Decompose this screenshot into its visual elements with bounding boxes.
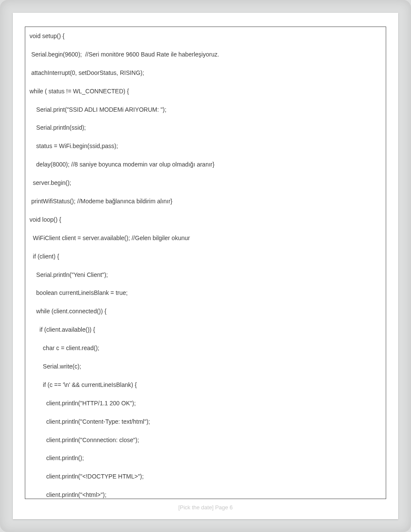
code-line: attachInterrupt(0, setDoorStatus, RISING… — [30, 69, 381, 77]
code-line: Serial.println(ssid); — [30, 124, 381, 132]
code-line: boolean currentLineIsBlank = true; — [30, 289, 381, 297]
code-line: while ( status != WL_CONNECTED) { — [30, 87, 381, 95]
page: void setup() { Serial.begin(9600); //Ser… — [13, 13, 398, 519]
code-line: char c = client.read(); — [30, 344, 381, 352]
code-line: Serial.println("Yeni Client"); — [30, 271, 381, 279]
code-line: printWifiStatus(); //Modeme bağlanınca b… — [30, 197, 381, 205]
code-line: client.println("Content-Type: text/html"… — [30, 418, 381, 426]
code-line: if (client.available()) { — [30, 326, 381, 334]
code-line: Serial.write(c); — [30, 363, 381, 371]
code-line: WiFiClient client = server.available(); … — [30, 234, 381, 242]
code-line: client.println(); — [30, 454, 381, 462]
page-footer: [Pick the date] Page 6 — [25, 499, 386, 511]
code-line: while (client.connected()) { — [30, 307, 381, 315]
code-line: client.println("<html>"); — [30, 491, 381, 499]
outer-frame: void setup() { Serial.begin(9600); //Ser… — [0, 0, 411, 532]
code-line: void loop() { — [30, 216, 381, 224]
code-line: Serial.begin(9600); //Seri monitöre 9600… — [30, 51, 381, 59]
code-line: if (client) { — [30, 253, 381, 261]
code-line: client.println("<!DOCTYPE HTML>"); — [30, 473, 381, 481]
code-line: status = WiFi.begin(ssid,pass); — [30, 142, 381, 150]
code-box: void setup() { Serial.begin(9600); //Ser… — [25, 27, 386, 499]
code-line: void setup() { — [30, 32, 381, 40]
code-line: Serial.print("SSID ADLI MODEMi ARIYORUM:… — [30, 106, 381, 114]
code-line: if (c == '\n' && currentLineIsBlank) { — [30, 381, 381, 389]
code-line: server.begin(); — [30, 179, 381, 187]
code-line: delay(8000); //8 saniye boyunca modemin … — [30, 160, 381, 169]
code-line: client.println("Connnection: close"); — [30, 436, 381, 444]
code-line: client.println("HTTP/1.1 200 OK"); — [30, 399, 381, 407]
